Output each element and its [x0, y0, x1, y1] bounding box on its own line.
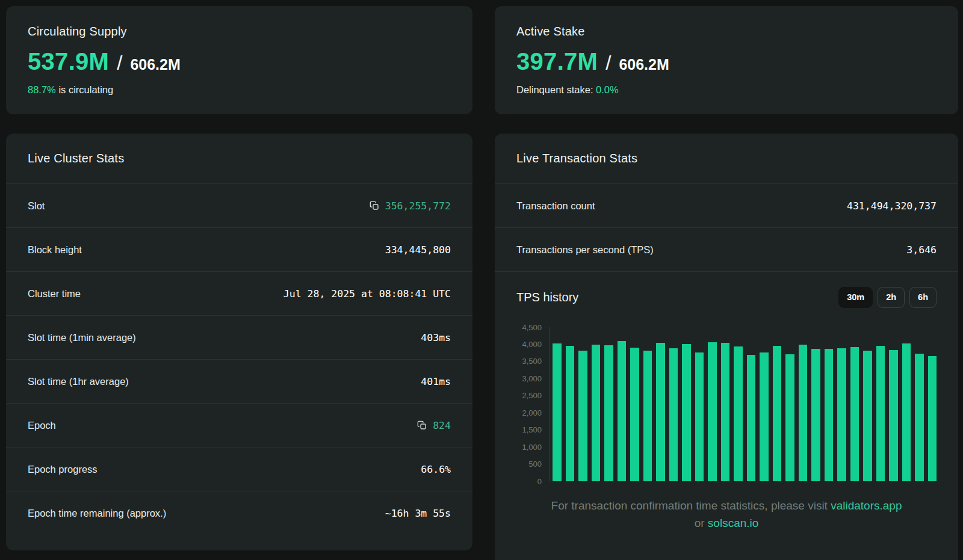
stat-value-wrap-cluster-time: Jul 28, 2025 at 08:08:41 UTC	[283, 288, 451, 300]
active-stake-total: 606.2M	[619, 56, 669, 73]
y-tick-0: 0	[537, 476, 542, 485]
live-cluster-stats-header: Live Cluster Stats	[6, 134, 472, 183]
tps-history-section: TPS history 30m2h6h 05001,0001,5002,0002…	[495, 271, 958, 549]
tps-bar-29	[915, 354, 924, 481]
active-stake-current: 397.7M	[516, 48, 598, 75]
stat-value-wrap-block-height: 334,445,800	[385, 244, 451, 256]
stat-row-epoch-time-remaining-approx: Epoch time remaining (approx.)~16h 3m 55…	[6, 491, 472, 535]
dashboard-page: Circulating Supply 537.9M / 606.2M 88.7%…	[0, 0, 963, 560]
stat-label-cluster-time: Cluster time	[28, 288, 81, 300]
tps-bar-5	[604, 345, 613, 481]
y-tick-3000: 3,000	[522, 374, 542, 383]
tps-bar-30	[928, 356, 937, 481]
live-cluster-stats-title: Live Cluster Stats	[28, 152, 451, 165]
transaction-stats-rows: Transaction count431,494,320,737Transact…	[495, 183, 958, 271]
tps-bar-17	[760, 352, 769, 481]
stat-value-epoch-time-remaining-approx: ~16h 3m 55s	[385, 508, 451, 519]
tps-bar-23	[837, 348, 846, 481]
stat-value-slot-time-1min-average: 403ms	[421, 332, 451, 343]
copy-button-epoch[interactable]	[417, 420, 427, 430]
stat-label-epoch-progress: Epoch progress	[28, 464, 98, 475]
stat-value-cluster-time: Jul 28, 2025 at 08:08:41 UTC	[283, 288, 451, 300]
stat-row-slot-time-1hr-average: Slot time (1hr average)401ms	[6, 359, 472, 403]
y-tick-500: 500	[528, 460, 542, 469]
active-stake-title: Active Stake	[516, 25, 937, 38]
tps-bar-14	[721, 343, 730, 481]
active-stake-value-row: 397.7M / 606.2M	[516, 48, 937, 75]
tps-bar-2	[566, 346, 575, 481]
delinquent-stake-label: Delinquent stake:	[516, 84, 596, 95]
tps-bar-20	[799, 345, 808, 481]
cluster-stats-rows: Slot356,255,772Block height334,445,800Cl…	[6, 183, 472, 535]
y-tick-3500: 3,500	[522, 357, 542, 366]
stat-value-slot-time-1hr-average: 401ms	[421, 376, 451, 387]
circulating-supply-value-row: 537.9M / 606.2M	[28, 48, 451, 75]
stat-value-transactions-per-second-tps: 3,646	[906, 244, 937, 256]
tps-bar-10	[669, 348, 678, 481]
stat-value-block-height: 334,445,800	[385, 244, 451, 256]
live-transaction-stats-title: Live Transaction Stats	[516, 152, 937, 165]
tps-history-head: TPS history 30m2h6h	[516, 287, 937, 308]
tps-bar-11	[682, 344, 691, 481]
stat-value-wrap-slot-time-1hr-average: 401ms	[421, 376, 451, 387]
tps-bar-25	[863, 351, 872, 481]
stat-label-slot: Slot	[28, 200, 45, 212]
tps-bar-19	[785, 354, 794, 481]
circulating-supply-title: Circulating Supply	[28, 25, 451, 38]
y-tick-1000: 1,000	[522, 442, 542, 451]
tps-bar-21	[811, 349, 820, 481]
confirmation-note-middle: or	[695, 517, 708, 529]
stat-value-epoch-link[interactable]: 824	[433, 420, 451, 431]
tps-chart-plot-area	[549, 327, 937, 481]
stat-value-slot-link[interactable]: 356,255,772	[385, 200, 451, 212]
stat-value-transaction-count: 431,494,320,737	[847, 200, 937, 212]
live-cluster-stats-card: Live Cluster Stats Slot356,255,772Block …	[6, 134, 472, 550]
stat-label-epoch-time-remaining-approx: Epoch time remaining (approx.)	[28, 508, 166, 519]
copy-button-slot[interactable]	[370, 201, 379, 211]
stat-value-wrap-transactions-per-second-tps: 3,646	[906, 244, 937, 256]
tps-bar-12	[695, 352, 704, 481]
tps-bar-24	[850, 347, 859, 481]
validators-app-link[interactable]: validators.app	[831, 499, 902, 512]
stat-value-wrap-epoch-progress: 66.6%	[421, 464, 451, 475]
stat-label-slot-time-1hr-average: Slot time (1hr average)	[28, 376, 129, 387]
circulating-note-text: is circulating	[56, 84, 113, 95]
circulating-supply-note: 88.7% is circulating	[28, 84, 451, 96]
stake-divider: /	[605, 52, 611, 75]
tps-bar-26	[876, 346, 885, 481]
circulating-supply-current: 537.9M	[28, 48, 109, 75]
stat-label-transactions-per-second-tps: Transactions per second (TPS)	[516, 244, 654, 256]
tps-range-30m-button[interactable]: 30m	[838, 287, 873, 308]
tps-range-2h-button[interactable]: 2h	[878, 287, 905, 308]
tps-history-chart: 05001,0001,5002,0002,5003,0003,5004,0004…	[516, 327, 937, 481]
stat-row-block-height: Block height334,445,800	[6, 227, 472, 271]
stat-row-epoch: Epoch824	[6, 403, 472, 447]
copy-icon	[417, 420, 427, 430]
stat-label-slot-time-1min-average: Slot time (1min average)	[28, 332, 136, 343]
copy-icon	[370, 201, 379, 211]
circulating-supply-card: Circulating Supply 537.9M / 606.2M 88.7%…	[6, 6, 472, 114]
stat-row-transaction-count: Transaction count431,494,320,737	[495, 183, 958, 227]
tps-bar-4	[592, 345, 601, 481]
tps-bar-22	[825, 349, 834, 481]
solscan-link[interactable]: solscan.io	[708, 517, 759, 529]
tps-bar-15	[734, 346, 743, 481]
y-tick-4000: 4,000	[522, 339, 542, 348]
tps-bar-8	[643, 351, 652, 481]
tps-bar-3	[578, 351, 587, 481]
y-tick-2000: 2,000	[522, 408, 542, 417]
stat-value-wrap-epoch-time-remaining-approx: ~16h 3m 55s	[385, 508, 451, 519]
confirmation-note-prefix: For transaction confirmation time statis…	[551, 499, 831, 512]
stat-row-slot-time-1min-average: Slot time (1min average)403ms	[6, 315, 472, 359]
stat-label-transaction-count: Transaction count	[516, 200, 595, 212]
tps-range-buttons: 30m2h6h	[838, 287, 937, 308]
y-tick-4500: 4,500	[522, 322, 542, 331]
circulating-percentage: 88.7%	[28, 84, 56, 95]
tps-bar-6	[618, 341, 627, 481]
stat-value-wrap-transaction-count: 431,494,320,737	[847, 200, 937, 212]
delinquent-stake-note: Delinquent stake: 0.0%	[516, 84, 937, 96]
active-stake-card: Active Stake 397.7M / 606.2M Delinquent …	[495, 6, 958, 114]
stat-value-wrap-epoch: 824	[417, 420, 451, 431]
y-tick-2500: 2,500	[522, 391, 542, 400]
tps-range-6h-button[interactable]: 6h	[909, 287, 937, 308]
